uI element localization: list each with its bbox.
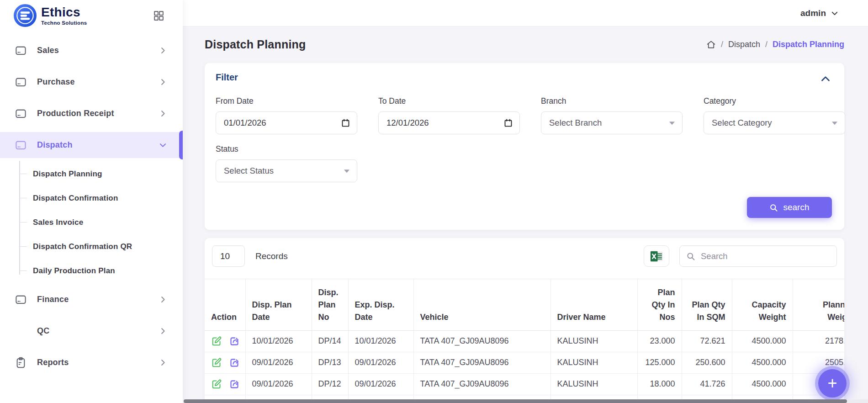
calendar-icon[interactable] <box>341 118 350 128</box>
from-date-value: 01/01/2026 <box>224 118 266 128</box>
cell-actions <box>205 352 245 373</box>
home-icon[interactable] <box>706 40 716 49</box>
table-body: 10/01/2026DP/1410/01/2026TATA 407_GJ09AU… <box>205 330 844 403</box>
col-header-exp-disp-date[interactable]: Exp. Disp. Date <box>348 279 413 330</box>
status-select[interactable]: Select Status <box>216 159 357 182</box>
chevron-down-icon[interactable] <box>831 9 839 17</box>
filter-title: Filter <box>216 72 832 83</box>
breadcrumb-separator: / <box>765 40 767 49</box>
edit-icon <box>211 379 222 390</box>
to-date-input[interactable]: 12/01/2026 <box>378 111 520 134</box>
sidebar-item-reports[interactable]: Reports <box>0 350 183 376</box>
sidebar-item-purchase[interactable]: Purchase <box>0 69 183 95</box>
chevron-right-icon <box>159 78 167 86</box>
search-icon <box>769 203 778 212</box>
edit-row-button[interactable] <box>211 379 222 390</box>
collapse-filter-button[interactable] <box>820 73 831 85</box>
scrollbar-thumb[interactable] <box>184 399 847 403</box>
to-date-label: To Date <box>378 96 520 106</box>
app-root: Ethics Techno Solutions Sales <box>0 0 868 403</box>
cell-disp-plan-date: 10/01/2026 <box>245 330 312 352</box>
sidebar-item-production-receipt[interactable]: Production Receipt <box>0 101 183 127</box>
share-icon <box>229 336 240 347</box>
cell-capacity-weight: 4500.000 <box>732 352 793 373</box>
branch-select[interactable]: Select Branch <box>541 111 683 134</box>
chevron-up-icon <box>820 73 831 85</box>
cell-vehicle: TATA 407_GJ09AU8096 <box>413 373 550 395</box>
subitem-label: Dispatch Confirmation <box>33 194 118 203</box>
share-row-button[interactable] <box>229 357 240 368</box>
col-header-plan-qty-nos[interactable]: Plan Qty In Nos <box>637 279 682 330</box>
to-date-field: To Date 12/01/2026 <box>378 96 520 134</box>
category-select[interactable]: Select Category <box>704 111 845 134</box>
status-field: Status Select Status <box>216 144 357 182</box>
user-menu-label[interactable]: admin <box>800 8 826 18</box>
category-selected-value: Select Category <box>712 118 772 128</box>
sidebar-subitem-sales-invoice[interactable]: Sales Invoice <box>0 210 183 234</box>
records-label: Records <box>255 251 288 261</box>
sidebar-item-dispatch[interactable]: Dispatch <box>0 132 183 158</box>
card-icon <box>15 139 27 151</box>
sidebar-subitem-dispatch-confirmation[interactable]: Dispatch Confirmation <box>0 186 183 210</box>
edit-icon <box>211 357 222 368</box>
cell-plan-qty-nos: 125.000 <box>637 352 682 373</box>
add-record-fab[interactable]: + <box>818 369 847 398</box>
edit-row-button[interactable] <box>211 336 222 347</box>
sidebar-item-label: Reports <box>37 358 69 367</box>
sidebar: Ethics Techno Solutions Sales <box>0 0 183 403</box>
breadcrumb-current: Dispatch Planning <box>773 40 844 49</box>
sidebar-item-label: Finance <box>37 295 69 304</box>
page-size-select[interactable]: 10 <box>212 245 245 267</box>
chevron-right-icon <box>159 327 167 335</box>
excel-icon <box>650 249 663 263</box>
to-date-value: 12/01/2026 <box>386 118 429 128</box>
col-header-plan-qty-sqm[interactable]: Plan Qty In SQM <box>682 279 732 330</box>
col-header-vehicle[interactable]: Vehicle <box>413 279 550 330</box>
from-date-input[interactable]: 01/01/2026 <box>216 111 357 134</box>
subitem-label: Daily Production Plan <box>33 266 115 276</box>
cell-plan-qty-sqm: 41.726 <box>682 373 732 395</box>
sidebar-subitem-daily-production-plan[interactable]: Daily Production Plan <box>0 259 183 283</box>
cell-disp-plan-date: 09/01/2026 <box>245 373 312 395</box>
sidebar-subitem-dispatch-confirmation-qr[interactable]: Dispatch Confirmation QR <box>0 234 183 259</box>
sidebar-item-label: Sales <box>37 46 59 55</box>
sidebar-item-sales[interactable]: Sales <box>0 37 183 64</box>
cell-exp-disp-date: 10/01/2026 <box>348 330 413 352</box>
col-header-disp-plan-date[interactable]: Disp. Plan Date <box>245 279 312 330</box>
card-icon <box>15 44 27 57</box>
share-row-button[interactable] <box>229 336 240 347</box>
apps-grid-icon[interactable] <box>153 10 164 21</box>
sidebar-item-label: Dispatch <box>37 140 73 150</box>
cell-disp-plan-no: DP/13 <box>312 352 348 373</box>
edit-row-button[interactable] <box>211 357 222 368</box>
col-header-driver-name[interactable]: Driver Name <box>550 279 637 330</box>
clipboard-icon <box>15 356 27 369</box>
breadcrumb-dispatch[interactable]: Dispatch <box>728 40 760 49</box>
breadcrumb: / Dispatch / Dispatch Planning <box>706 40 844 49</box>
cell-disp-plan-date: 09/01/2026 <box>245 352 312 373</box>
records-card: 10 Records <box>205 238 844 403</box>
brand-text: Ethics Techno Solutions <box>41 6 87 26</box>
brand-logo <box>14 4 37 27</box>
calendar-icon[interactable] <box>503 118 513 128</box>
col-header-disp-plan-no[interactable]: Disp. Plan No <box>312 279 348 330</box>
col-header-action[interactable]: Action <box>205 279 245 330</box>
search-button[interactable]: search <box>747 197 832 218</box>
col-header-capacity-weight[interactable]: Capacity Weight <box>732 279 793 330</box>
brand: Ethics Techno Solutions <box>0 0 183 30</box>
table-search-input[interactable] <box>680 246 836 266</box>
cell-plan-qty-nos: 23.000 <box>637 330 682 352</box>
share-row-button[interactable] <box>229 379 240 390</box>
sidebar-subitem-dispatch-planning[interactable]: Dispatch Planning <box>0 162 183 186</box>
cell-actions <box>205 373 245 395</box>
table-search <box>679 245 837 267</box>
branch-label: Branch <box>541 96 683 106</box>
export-excel-button[interactable] <box>644 245 669 267</box>
caret-down-icon <box>669 122 675 125</box>
sidebar-item-finance[interactable]: Finance <box>0 286 183 313</box>
table-row: 09/01/2026DP/1209/01/2026TATA 407_GJ09AU… <box>205 373 844 395</box>
caret-down-icon <box>832 122 837 125</box>
branch-field: Branch Select Branch <box>541 96 683 134</box>
col-header-planned-weight[interactable]: Planned Weight <box>793 279 844 330</box>
sidebar-item-qc[interactable]: QC <box>0 318 183 344</box>
